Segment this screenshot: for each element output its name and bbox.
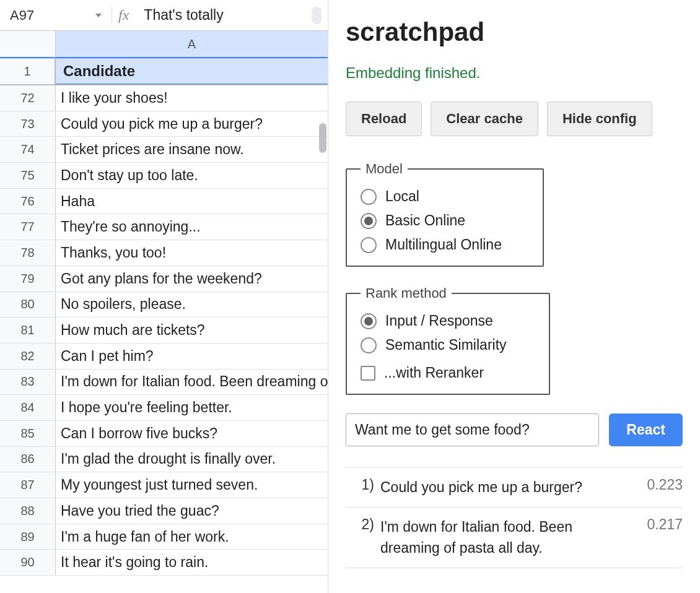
table-row: 84I hope you're feeling better. [0, 395, 328, 421]
rank-option[interactable]: Input / Response [361, 313, 535, 329]
row-number[interactable]: 78 [0, 240, 56, 266]
results-list: 1)Could you pick me up a burger?0.2232)I… [346, 467, 683, 568]
table-row: 73Could you pick me up a burger? [0, 111, 328, 137]
row-number[interactable]: 88 [0, 498, 56, 524]
row-number[interactable]: 79 [0, 266, 56, 292]
radio-icon[interactable] [361, 189, 377, 205]
grid-rows: 72I like your shoes!73Could you pick me … [0, 85, 328, 576]
result-index: 1) [346, 477, 380, 493]
cell[interactable]: Could you pick me up a burger? [56, 111, 328, 137]
result-score: 0.217 [633, 516, 683, 533]
reload-button[interactable]: Reload [346, 102, 422, 136]
name-box[interactable]: A97 [2, 5, 108, 26]
column-header-a[interactable]: A [56, 31, 328, 58]
clear-cache-button[interactable]: Clear cache [431, 102, 538, 136]
table-row: 90It hear it's going to rain. [0, 550, 328, 576]
cell[interactable]: I'm down for Italian food. Been dreaming… [56, 370, 328, 395]
reranker-label: ...with Reranker [384, 365, 484, 381]
option-label: Semantic Similarity [385, 337, 507, 353]
radio-icon[interactable] [361, 337, 377, 353]
table-row: 78Thanks, you too! [0, 240, 328, 266]
cell[interactable]: They're so annoying... [56, 214, 328, 240]
query-row: React [346, 413, 683, 446]
rank-option[interactable]: Semantic Similarity [361, 337, 535, 353]
result-index: 2) [346, 516, 380, 533]
table-row: 72I like your shoes! [0, 85, 328, 111]
row-number[interactable]: 82 [0, 344, 56, 369]
option-label: Multilingual Online [385, 236, 502, 253]
row-number[interactable]: 73 [0, 111, 56, 137]
checkbox-icon[interactable] [361, 366, 375, 381]
radio-icon[interactable] [361, 237, 377, 253]
table-row: 87My youngest just turned seven. [0, 472, 328, 498]
spreadsheet-pane: A97 fx That's totally A 1 Candidate 72I … [0, 0, 328, 593]
model-option[interactable]: Multilingual Online [361, 236, 529, 253]
radio-icon[interactable] [361, 213, 377, 229]
table-row: 81How much are tickets? [0, 318, 328, 344]
row-number[interactable]: 84 [0, 395, 56, 420]
select-all-corner[interactable] [0, 31, 56, 58]
radio-icon[interactable] [361, 313, 377, 329]
result-row[interactable]: 1)Could you pick me up a burger?0.223 [346, 468, 683, 508]
fx-icon: fx [112, 7, 135, 24]
cell[interactable]: Can I borrow five bucks? [56, 421, 328, 446]
cell[interactable]: Haha [56, 189, 328, 214]
cell[interactable]: Can I pet him? [56, 344, 328, 369]
vertical-scrollbar[interactable] [317, 86, 328, 593]
model-option[interactable]: Local [361, 188, 529, 205]
row-number[interactable]: 87 [0, 472, 56, 498]
result-row[interactable]: 2)I'm down for Italian food. Been dreami… [346, 508, 683, 568]
row-number[interactable]: 81 [0, 318, 56, 343]
cell[interactable]: I hope you're feeling better. [56, 395, 328, 420]
cell[interactable]: I'm glad the drought is finally over. [56, 447, 328, 472]
row-number[interactable]: 86 [0, 447, 56, 472]
row-number[interactable]: 77 [0, 214, 56, 240]
row-number[interactable]: 76 [0, 189, 56, 214]
cell[interactable]: Ticket prices are insane now. [56, 137, 328, 162]
column-headers: A [0, 31, 328, 59]
row-number[interactable]: 85 [0, 421, 56, 446]
option-label: Local [385, 188, 419, 205]
chevron-down-icon [95, 14, 102, 17]
row-number[interactable]: 89 [0, 524, 56, 550]
query-input[interactable] [346, 413, 599, 446]
cell[interactable]: I like your shoes! [56, 85, 328, 111]
cell[interactable]: Got any plans for the weekend? [56, 266, 328, 292]
row-number[interactable]: 80 [0, 292, 56, 318]
option-label: Input / Response [385, 313, 493, 329]
table-row: 88Have you tried the guac? [0, 498, 328, 524]
row-number[interactable]: 75 [0, 163, 56, 188]
cell[interactable]: Thanks, you too! [56, 240, 328, 266]
button-row: Reload Clear cache Hide config [346, 102, 683, 136]
scrollbar-thumb[interactable] [319, 123, 326, 153]
row-number[interactable]: 1 [0, 59, 56, 84]
table-row: 82Can I pet him? [0, 344, 328, 370]
header-cell-candidate[interactable]: Candidate [56, 59, 328, 84]
panel-title: scratchpad [346, 17, 683, 47]
rank-fieldset: Rank method Input / ResponseSemantic Sim… [346, 285, 550, 395]
cell[interactable]: Don't stay up too late. [56, 163, 328, 188]
row-number[interactable]: 72 [0, 85, 56, 111]
cell[interactable]: No spoilers, please. [56, 292, 328, 318]
row-number[interactable]: 90 [0, 550, 56, 575]
side-panel: scratchpad Embedding finished. Reload Cl… [328, 0, 700, 593]
hide-config-button[interactable]: Hide config [547, 102, 652, 136]
cell[interactable]: How much are tickets? [56, 318, 328, 343]
cell[interactable]: I'm a huge fan of her work. [56, 524, 328, 550]
row-number[interactable]: 83 [0, 370, 56, 395]
model-option[interactable]: Basic Online [361, 212, 529, 229]
rank-legend: Rank method [361, 285, 452, 301]
cell[interactable]: Have you tried the guac? [56, 498, 328, 524]
result-text: I'm down for Italian food. Been dreaming… [380, 516, 633, 559]
table-row: 86I'm glad the drought is finally over. [0, 447, 328, 473]
formula-input[interactable]: That's totally [139, 7, 308, 24]
table-row: 77They're so annoying... [0, 214, 328, 240]
row-number[interactable]: 74 [0, 137, 56, 162]
react-button[interactable]: React [609, 413, 683, 446]
cell[interactable]: My youngest just turned seven. [56, 472, 328, 498]
table-row: 85Can I borrow five bucks? [0, 421, 328, 447]
cell[interactable]: It hear it's going to rain. [56, 550, 328, 575]
reranker-checkbox-row[interactable]: ...with Reranker [361, 365, 535, 381]
result-text: Could you pick me up a burger? [380, 477, 633, 498]
table-row: 75Don't stay up too late. [0, 163, 328, 189]
